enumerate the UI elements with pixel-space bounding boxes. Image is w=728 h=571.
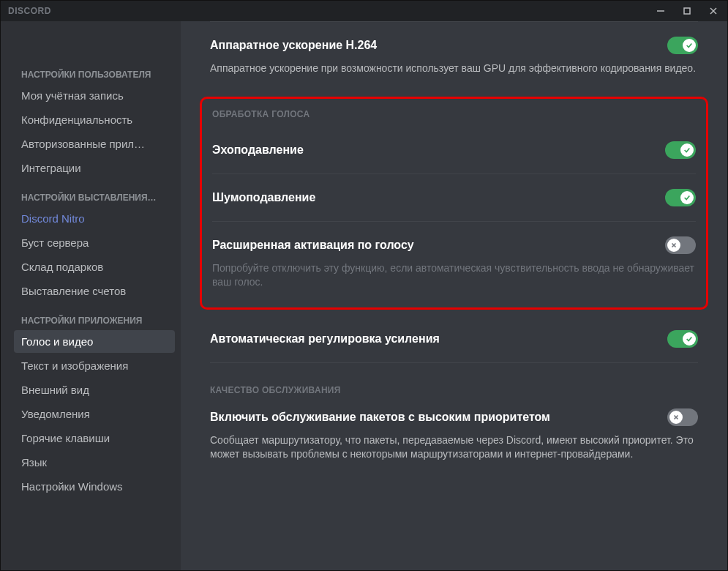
- sidebar-item-voice-video[interactable]: Голос и видео: [14, 330, 175, 353]
- sidebar-header-user: НАСТРОЙКИ ПОЛЬЗОВАТЕЛЯ: [14, 65, 175, 84]
- toggle-qos[interactable]: [667, 408, 698, 426]
- setting-desc: Попробуйте отключить эту функцию, если а…: [212, 261, 696, 290]
- sidebar-item-integrations[interactable]: Интеграции: [14, 157, 175, 179]
- setting-title: Аппаратное ускорение H.264: [210, 39, 377, 52]
- settings-content: Аппаратное ускорение H.264 Аппаратное ус…: [181, 21, 727, 570]
- sidebar-item-gifts[interactable]: Склад подарков: [14, 255, 175, 278]
- titlebar: DISCORD: [1, 1, 727, 21]
- sidebar: НАСТРОЙКИ ПОЛЬЗОВАТЕЛЯ Моя учётная запис…: [1, 21, 181, 570]
- setting-voice-activity: Расширенная активация по голосу Попробуй…: [212, 222, 696, 305]
- setting-title: Шумоподавление: [212, 191, 315, 204]
- toggle-hw-accel[interactable]: [667, 37, 698, 54]
- sidebar-item-billing[interactable]: Выставление счетов: [14, 280, 175, 302]
- setting-desc: Сообщает маршрутизатору, что пакеты, пер…: [210, 433, 698, 462]
- svg-rect-1: [684, 8, 690, 14]
- section-header-qos: КАЧЕСТВО ОБСЛУЖИВАНИЯ: [210, 385, 698, 395]
- sidebar-item-privacy[interactable]: Конфиденциальность: [14, 108, 175, 131]
- section-header-voice-processing: ОБРАБОТКА ГОЛОСА: [212, 109, 696, 119]
- setting-noise: Шумоподавление: [212, 174, 696, 221]
- close-icon[interactable]: [707, 7, 720, 15]
- app-window: DISCORD НАСТРОЙКИ ПОЛЬЗОВАТЕЛЯ Моя учётн…: [0, 0, 728, 571]
- setting-auto-gain: Автоматическая регулировка усиления: [210, 316, 698, 362]
- app-title: DISCORD: [8, 6, 51, 16]
- setting-title: Включить обслуживание пакетов с высоким …: [210, 411, 550, 424]
- toggle-auto-gain[interactable]: [667, 330, 698, 348]
- sidebar-item-appearance[interactable]: Внешний вид: [14, 378, 175, 401]
- sidebar-item-text-images[interactable]: Текст и изображения: [14, 354, 175, 377]
- setting-qos: Включить обслуживание пакетов с высоким …: [210, 403, 698, 477]
- setting-echo: Эхоподавление: [212, 127, 696, 173]
- sidebar-item-nitro[interactable]: Discord Nitro: [14, 207, 175, 230]
- main-area: НАСТРОЙКИ ПОЛЬЗОВАТЕЛЯ Моя учётная запис…: [1, 21, 727, 570]
- setting-title: Автоматическая регулировка усиления: [210, 332, 440, 346]
- setting-desc: Аппаратное ускорение при возможности исп…: [210, 61, 698, 76]
- setting-hw-accel: Аппаратное ускорение H.264 Аппаратное ус…: [210, 22, 698, 91]
- highlight-box: ОБРАБОТКА ГОЛОСА Эхоподавление Шумоподав…: [200, 97, 708, 310]
- sidebar-item-notifications[interactable]: Уведомления: [14, 403, 175, 425]
- sidebar-item-boost[interactable]: Буст сервера: [14, 231, 175, 254]
- toggle-voice-activity[interactable]: [665, 236, 696, 254]
- sidebar-item-keybinds[interactable]: Горячие клавиши: [14, 427, 175, 449]
- sidebar-item-account[interactable]: Моя учётная запись: [14, 84, 175, 107]
- maximize-icon[interactable]: [680, 7, 694, 15]
- toggle-noise[interactable]: [665, 189, 696, 206]
- window-controls: [654, 7, 720, 15]
- sidebar-header-billing: НАСТРОЙКИ ВЫСТАВЛЕНИЯ…: [14, 188, 175, 207]
- sidebar-item-windows-settings[interactable]: Настройки Windows: [14, 475, 175, 498]
- sidebar-header-app: НАСТРОЙКИ ПРИЛОЖЕНИЯ: [14, 311, 175, 330]
- minimize-icon[interactable]: [654, 7, 667, 15]
- sidebar-item-language[interactable]: Язык: [14, 451, 175, 474]
- setting-title: Эхоподавление: [212, 143, 304, 157]
- toggle-echo[interactable]: [665, 141, 696, 159]
- divider: [210, 362, 698, 363]
- setting-title: Расширенная активация по голосу: [212, 239, 414, 252]
- sidebar-item-authorized-apps[interactable]: Авторизованные прил…: [14, 133, 175, 155]
